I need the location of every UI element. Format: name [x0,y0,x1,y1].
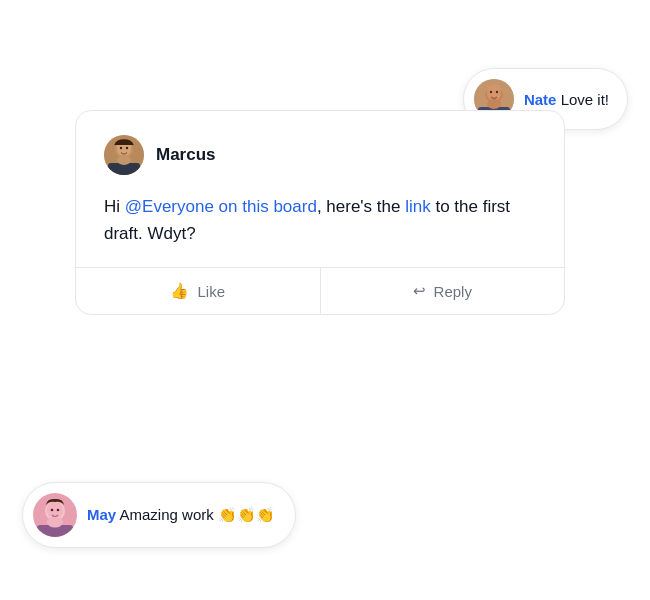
like-icon [170,282,189,300]
may-avatar-img [33,493,77,537]
author-name: Marcus [156,145,216,165]
reply-label: Reply [434,283,472,300]
like-label: Like [197,283,225,300]
svg-point-14 [126,147,128,149]
svg-point-5 [487,99,501,109]
svg-point-7 [496,91,498,93]
reply-icon [413,282,426,300]
marcus-avatar-img [104,135,144,175]
svg-point-6 [490,91,492,93]
svg-point-21 [57,509,60,512]
svg-point-12 [117,155,131,165]
svg-point-19 [47,517,63,528]
draft-link[interactable]: link [405,197,431,216]
may-reaction-bubble: May Amazing work 👏👏👏 [22,482,296,548]
message-text: Hi @Everyone on this board, here's the l… [104,193,536,247]
svg-point-20 [51,509,54,512]
card-actions: Like Reply [76,267,564,314]
like-button[interactable]: Like [76,268,321,314]
svg-point-13 [120,147,122,149]
mention-link[interactable]: @Everyone on this board [125,197,317,216]
main-post-card: Marcus Hi @Everyone on this board, here'… [75,110,565,315]
nate-message: Nate Love it! [524,91,609,108]
card-body: Marcus Hi @Everyone on this board, here'… [76,111,564,267]
may-message: May Amazing work 👏👏👏 [87,506,275,524]
marcus-avatar [104,135,144,175]
reply-button[interactable]: Reply [321,268,565,314]
author-row: Marcus [104,135,536,175]
may-avatar [33,493,77,537]
